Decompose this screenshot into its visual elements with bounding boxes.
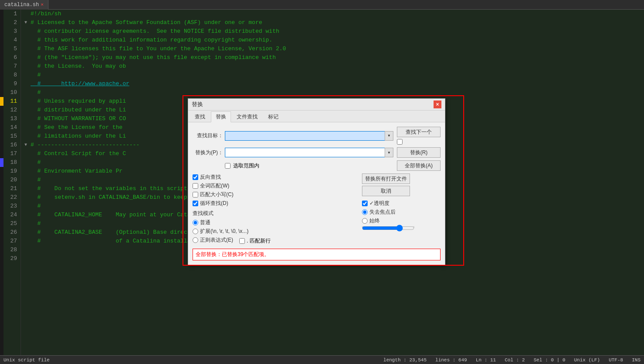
replace-row: 替换为(P)： CATALINA2_BASE ▼ 替换(R) [193, 147, 441, 158]
selection-only-checkbox[interactable] [397, 139, 403, 145]
options-area: 反向查找 全词匹配(W) 匹配大小写(C) 循环查找(D) 查找模式 [193, 173, 441, 245]
replace-btn-group: 替换(R) [397, 147, 441, 158]
search-mode-section: 查找模式 普通 扩展(\n, \r, \t, \0, \x...) 正则表达式(… [193, 210, 353, 245]
selection-row-content: 选取范围内 [225, 162, 393, 170]
status-lines: lines : 649 [435, 357, 467, 363]
dialog-title: 替换 [192, 101, 203, 108]
loop-search-checkbox[interactable] [193, 201, 198, 206]
tab-mark[interactable]: 标记 [263, 111, 283, 122]
left-margin [0, 10, 3, 355]
status-right: length : 23,545 lines : 649 Ln : 11 Col … [383, 357, 641, 363]
check-whole-word: 全词匹配(W) [193, 182, 353, 190]
status-mode: INS [632, 357, 641, 363]
dialog-close-button[interactable]: × [434, 101, 441, 108]
options-left: 反向查找 全词匹配(W) 匹配大小写(C) 循环查找(D) 查找模式 [193, 173, 353, 245]
code-line: #!/bin/sh [24, 10, 641, 18]
dialog-titlebar: 替换 × [188, 99, 445, 111]
status-file-type: Unix script file [3, 357, 50, 363]
find-label: 查找目标： [193, 132, 223, 139]
replace-dropdown-arrow[interactable]: ▼ [385, 148, 393, 157]
radio-regex-inner: 正则表达式(E) [193, 236, 233, 244]
status-charset: UTF-8 [609, 357, 623, 363]
dialog-tabs: 查找 替换 文件查找 标记 [188, 111, 445, 122]
replace-all-open-button[interactable]: 替换所有打开文件 [362, 173, 410, 184]
radio-extended-row: 扩展(\n, \r, \t, \0, \x...) [193, 228, 353, 235]
selection-only-checkbox2[interactable] [225, 163, 231, 169]
tab-label: catalina.sh [4, 2, 39, 8]
code-line: # (the "License"); you may not use this … [24, 53, 641, 62]
search-mode-title: 查找模式 [193, 210, 353, 217]
status-message-text: 全部替换：已替换39个匹配项。 [196, 251, 269, 257]
radio-always-row: 始终 [362, 217, 441, 225]
match-newline-row: . 匹配新行 [239, 237, 271, 245]
match-case-checkbox[interactable] [193, 192, 198, 198]
radio-regex-row: 正则表达式(E) . 匹配新行 [193, 236, 353, 245]
replace-label: 替换为(P)： [193, 149, 223, 156]
match-case-label: 匹配大小写(C) [200, 191, 234, 198]
radio-regex-label: 正则表达式(E) [200, 236, 233, 244]
find-row: 查找目标： CATALINA_BASE ▼ 查找下一个 [193, 127, 441, 145]
loop-search-label: 循环查找(D) [200, 200, 228, 207]
radio-lose-focus-label: 失去焦点后 [369, 208, 396, 216]
replace-select-wrapper: CATALINA2_BASE ▼ [225, 148, 393, 157]
radio-lose-focus-row: 失去焦点后 [362, 208, 441, 216]
code-line: ▼# Licensed to the Apache Software Found… [24, 18, 641, 27]
transparency-section: ✓透明度 失去焦点后 始终 [362, 200, 441, 228]
radio-normal-row: 普通 [193, 219, 353, 226]
tab-replace[interactable]: 替换 [211, 111, 231, 122]
code-line: # contributor license agreements. See th… [24, 27, 641, 36]
replace-all-button[interactable]: 全部替换(A) [397, 160, 441, 171]
radio-always-label: 始终 [369, 217, 380, 225]
transparency-check-row: ✓透明度 [362, 200, 441, 207]
code-line: # [24, 71, 641, 80]
match-newline-label: . 匹配新行 [247, 237, 271, 245]
code-line: # The ASF licenses this file to You unde… [24, 45, 641, 53]
dialog-content: 查找目标： CATALINA_BASE ▼ 查找下一个 替换为(P)： CATA… [188, 122, 445, 265]
replace-button[interactable]: 替换(R) [397, 147, 441, 158]
tab-file-find[interactable]: 文件查找 [232, 111, 262, 122]
check-reverse: 反向查找 [193, 173, 353, 181]
status-length: length : 23,545 [383, 357, 427, 363]
cancel-button[interactable]: 取消 [362, 186, 410, 196]
find-dropdown-arrow[interactable]: ▼ [385, 131, 393, 141]
radio-normal-label: 普通 [200, 219, 210, 226]
status-bar: Unix script file length : 23,545 lines :… [0, 355, 644, 364]
find-next-button[interactable]: 查找下一个 [397, 127, 441, 137]
code-line: # this work for additional information r… [24, 36, 641, 45]
tab-catalina[interactable]: catalina.sh × [0, 0, 48, 10]
line-numbers: 1234567891011121314151617181920212223242… [3, 10, 21, 355]
find-input[interactable]: CATALINA_BASE [225, 131, 393, 141]
check-match-case: 匹配大小写(C) [193, 191, 353, 198]
check-loop: 循环查找(D) [193, 200, 353, 207]
transparency-slider-track[interactable] [362, 226, 414, 228]
right-buttons: 替换所有打开文件 取消 [362, 173, 441, 196]
transparency-slider[interactable] [362, 225, 414, 232]
radio-extended-label: 扩展(\n, \r, \t, \0, \x...) [200, 228, 248, 235]
tab-bar: catalina.sh × [0, 0, 644, 10]
code-line: # the License. You may ob [24, 62, 641, 71]
radio-extended[interactable] [193, 229, 198, 234]
radio-normal[interactable] [193, 220, 198, 225]
tab-close-btn[interactable]: × [41, 2, 44, 7]
options-right: 替换所有打开文件 取消 ✓透明度 失去焦点后 始终 [362, 173, 441, 245]
whole-word-label: 全词匹配(W) [200, 182, 229, 190]
find-select-wrapper: CATALINA_BASE ▼ [225, 131, 393, 141]
status-ln: Ln : 11 [476, 357, 496, 363]
status-encoding: Unix (LF) [574, 357, 600, 363]
radio-lose-focus[interactable] [362, 209, 368, 215]
reverse-search-label: 反向查找 [200, 173, 221, 181]
replace-all-row: 选取范围内 全部替换(A) [193, 160, 441, 171]
tab-find[interactable]: 查找 [190, 111, 210, 122]
match-newline-checkbox[interactable] [239, 238, 245, 244]
reverse-search-checkbox[interactable] [193, 174, 198, 180]
radio-regex[interactable] [193, 237, 198, 243]
status-sel: Sel : 0 | 0 [534, 357, 565, 363]
status-col: Col : 2 [505, 357, 525, 363]
replace-dialog: 替换 × 查找 替换 文件查找 标记 查找目标： CATALINA_BASE ▼… [188, 98, 445, 265]
whole-word-checkbox[interactable] [193, 183, 198, 189]
code-line: # http://www.apache.or [24, 80, 641, 88]
radio-always[interactable] [362, 218, 368, 224]
replace-input[interactable]: CATALINA2_BASE [225, 148, 393, 157]
find-btn-group: 查找下一个 [397, 127, 441, 145]
transparency-checkbox[interactable] [362, 201, 368, 206]
